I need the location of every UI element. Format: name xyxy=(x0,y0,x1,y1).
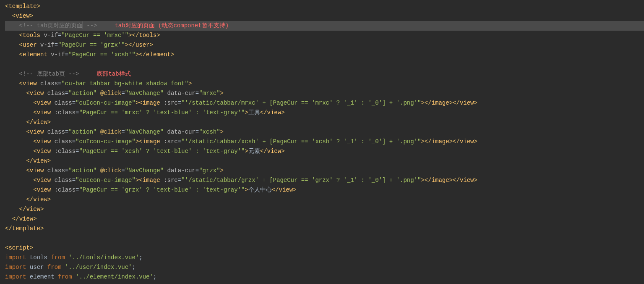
code-line[interactable]: <view> xyxy=(5,11,644,21)
code-line[interactable] xyxy=(5,60,644,69)
code-line[interactable]: <view class="action" @click="NavChange" … xyxy=(5,89,644,98)
code-line[interactable]: </view> xyxy=(5,156,644,166)
code-line[interactable]: </view> xyxy=(5,214,644,224)
code-line[interactable]: <view class="cu-bar tabbar bg-white shad… xyxy=(5,79,644,89)
code-line[interactable]: </view> xyxy=(5,205,644,214)
code-line-content: <script> xyxy=(5,245,33,251)
code-line[interactable]: <view :class="PageCur == 'grzx' ? 'text-… xyxy=(5,185,644,195)
code-line-content: import element from '../element/index.vu… xyxy=(5,273,156,280)
code-line[interactable]: <element v-if="PageCur == 'xcsh'"></elem… xyxy=(5,50,644,60)
code-line-content: <view :class="PageCur == 'mrxc' ? 'text-… xyxy=(5,109,285,116)
code-line[interactable]: </view> xyxy=(5,118,644,127)
code-line-content: </template> xyxy=(5,225,44,232)
code-line[interactable]: import user from '../user/index.vue'; xyxy=(5,263,644,272)
code-line[interactable]: <tools v-if="PageCur == 'mrxc'"></tools> xyxy=(5,31,644,40)
code-line-content: <view class="cuIcon-cu-image"><image :sr… xyxy=(5,100,477,106)
code-line-content: <view class="cuIcon-cu-image"><image :sr… xyxy=(5,138,477,145)
code-line-content: <!-- tab页对应的页面 --> tab对应的页面 (动态componet暂… xyxy=(5,22,229,29)
code-line[interactable]: <view class="action" @click="NavChange" … xyxy=(5,127,644,137)
code-line[interactable]: </view> xyxy=(5,195,644,205)
code-line[interactable]: <view class="action" @click="NavChange" … xyxy=(5,166,644,176)
code-line-content: <view class="cu-bar tabbar bg-white shad… xyxy=(5,80,192,87)
code-editor[interactable]: <template> <view> <!-- tab页对应的页面 --> tab… xyxy=(0,0,644,284)
code-line-content: <element v-if="PageCur == 'xcsh'"></elem… xyxy=(5,51,174,58)
code-line-content: import tools from '../tools/index.vue'; xyxy=(5,254,143,261)
code-line[interactable]: <view class="cuIcon-cu-image"><image :sr… xyxy=(5,98,644,108)
code-line-content: <view> xyxy=(5,13,33,19)
code-line[interactable]: import element from '../element/index.vu… xyxy=(5,272,644,282)
code-line[interactable]: </template> xyxy=(5,224,644,234)
code-line[interactable]: <template> xyxy=(5,2,644,11)
code-line-content: </view> xyxy=(5,216,37,222)
code-line-content: <view class="cuIcon-cu-image"><image :sr… xyxy=(5,177,477,184)
code-line[interactable]: <view :class="PageCur == 'xcsh' ? 'text-… xyxy=(5,147,644,156)
code-line[interactable] xyxy=(5,234,644,243)
code-line[interactable]: <user v-if="PageCur == 'grzx'"></user> xyxy=(5,40,644,50)
code-line[interactable]: <script> xyxy=(5,243,644,253)
code-line-content: <view :class="PageCur == 'xcsh' ? 'text-… xyxy=(5,148,285,155)
code-line[interactable]: import tools from '../tools/index.vue'; xyxy=(5,253,644,263)
code-line[interactable]: <!-- 底部tab页 --> 底部tab样式 xyxy=(5,69,644,79)
code-line-content: <user v-if="PageCur == 'grzx'"></user> xyxy=(5,42,153,48)
code-line-content: </view> xyxy=(5,158,51,164)
code-line[interactable]: <view class="cuIcon-cu-image"><image :sr… xyxy=(5,176,644,185)
code-line-content: <template> xyxy=(5,3,40,10)
code-line-content: <tools v-if="PageCur == 'mrxc'"></tools> xyxy=(5,32,160,39)
code-line-content: <view class="action" @click="NavChange" … xyxy=(5,90,224,97)
code-line-content: </view> xyxy=(5,206,44,213)
code-line-content: </view> xyxy=(5,196,51,203)
code-line[interactable]: <view :class="PageCur == 'mrxc' ? 'text-… xyxy=(5,108,644,118)
code-line-content: <view class="action" @click="NavChange" … xyxy=(5,167,224,174)
code-line-content: <!-- 底部tab页 --> 底部tab样式 xyxy=(5,71,131,77)
code-line-content: <view class="action" @click="NavChange" … xyxy=(5,129,224,135)
code-line[interactable]: <!-- tab页对应的页面 --> tab对应的页面 (动态componet暂… xyxy=(5,21,644,31)
code-line[interactable]: <view class="cuIcon-cu-image"><image :sr… xyxy=(5,137,644,147)
code-line-content: </view> xyxy=(5,119,51,126)
code-line-content: import user from '../user/index.vue'; xyxy=(5,264,136,271)
code-line-content: <view :class="PageCur == 'grzx' ? 'text-… xyxy=(5,187,297,193)
